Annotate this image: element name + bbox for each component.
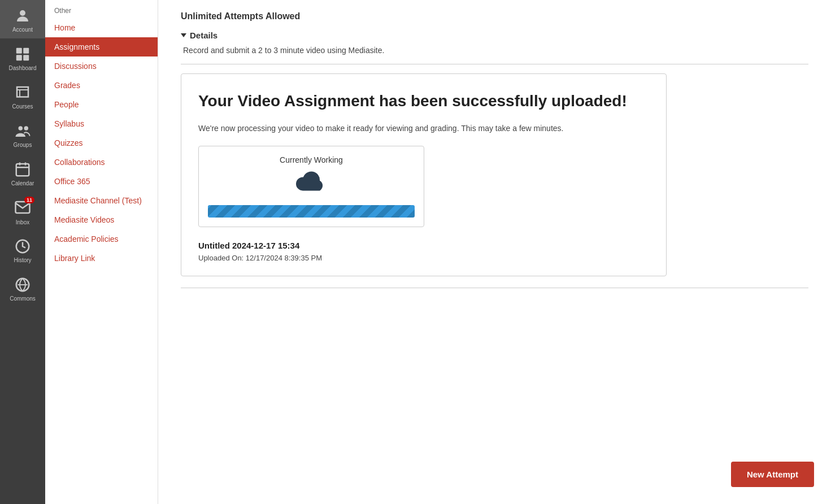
course-nav-quizzes[interactable]: Quizzes (45, 133, 158, 153)
working-label: Currently Working (208, 155, 415, 164)
svg-point-7 (19, 126, 23, 131)
nav-label-courses: Courses (12, 103, 33, 110)
svg-rect-4 (23, 55, 29, 60)
processing-text: We're now processing your video to make … (198, 123, 649, 134)
nav-label-inbox: Inbox (16, 219, 29, 225)
nav-item-courses[interactable]: Courses (0, 77, 45, 115)
working-box: Currently Working (198, 146, 424, 227)
course-nav-mediasite-channel[interactable]: Mediasite Channel (Test) (45, 191, 158, 210)
assignment-card: Your Video Assignment has been successfu… (181, 73, 667, 276)
course-nav-academic-policies[interactable]: Academic Policies (45, 229, 158, 249)
course-nav-mediasite-videos[interactable]: Mediasite Videos (45, 210, 158, 229)
nav-item-inbox[interactable]: 11 Inbox (0, 192, 45, 231)
details-body: Record and submit a 2 to 3 minute video … (181, 46, 808, 55)
nav-label-groups: Groups (14, 142, 32, 148)
course-nav-assignments[interactable]: Assignments (45, 37, 158, 57)
course-nav-collaborations[interactable]: Collaborations (45, 153, 158, 172)
inbox-badge: 11 (24, 197, 34, 203)
svg-point-8 (24, 126, 29, 131)
course-nav-other-label: Other (45, 0, 158, 18)
nav-label-commons: Commons (10, 296, 36, 302)
course-nav-grades[interactable]: Grades (45, 76, 158, 95)
svg-rect-1 (16, 47, 22, 53)
details-label: Details (190, 31, 217, 40)
nav-item-calendar[interactable]: Calendar (0, 154, 45, 192)
new-attempt-button[interactable]: New Attempt (731, 462, 814, 487)
progress-bar (208, 205, 415, 218)
details-section: Details Record and submit a 2 to 3 minut… (181, 31, 808, 55)
nav-item-dashboard[interactable]: Dashboard (0, 38, 45, 77)
video-title: Untitled 2024-12-17 15:34 (198, 241, 649, 250)
svg-rect-3 (16, 55, 22, 60)
course-nav-library-link[interactable]: Library Link (45, 249, 158, 268)
svg-rect-9 (16, 164, 29, 176)
course-nav-office365[interactable]: Office 365 (45, 172, 158, 191)
uploaded-on: Uploaded On: 12/17/2024 8:39:35 PM (198, 254, 649, 262)
nav-item-account[interactable]: Account (0, 0, 45, 38)
course-nav-people[interactable]: People (45, 95, 158, 114)
attempts-label: Unlimited Attempts Allowed (181, 11, 808, 21)
details-toggle[interactable]: Details (181, 31, 808, 40)
nav-label-calendar: Calendar (11, 180, 34, 186)
nav-label-dashboard: Dashboard (9, 65, 37, 71)
main-content: Unlimited Attempts Allowed Details Recor… (158, 0, 831, 504)
nav-label-history: History (14, 257, 31, 263)
svg-point-0 (20, 10, 25, 16)
nav-item-history[interactable]: History (0, 231, 45, 269)
global-nav: Account Dashboard Courses Groups Calenda… (0, 0, 45, 504)
bottom-divider (181, 288, 808, 288)
nav-label-account: Account (12, 27, 33, 33)
nav-item-commons[interactable]: Commons (0, 269, 45, 307)
svg-rect-2 (23, 47, 29, 53)
course-nav-syllabus[interactable]: Syllabus (45, 114, 158, 133)
course-nav-home[interactable]: Home (45, 18, 158, 37)
chevron-down-icon (181, 33, 186, 37)
course-nav-discussions[interactable]: Discussions (45, 57, 158, 76)
success-title: Your Video Assignment has been successfu… (198, 91, 649, 111)
nav-item-groups[interactable]: Groups (0, 115, 45, 154)
section-divider (181, 64, 808, 64)
course-nav: Other Home Assignments Discussions Grade… (45, 0, 158, 504)
cloud-icon (208, 171, 415, 198)
